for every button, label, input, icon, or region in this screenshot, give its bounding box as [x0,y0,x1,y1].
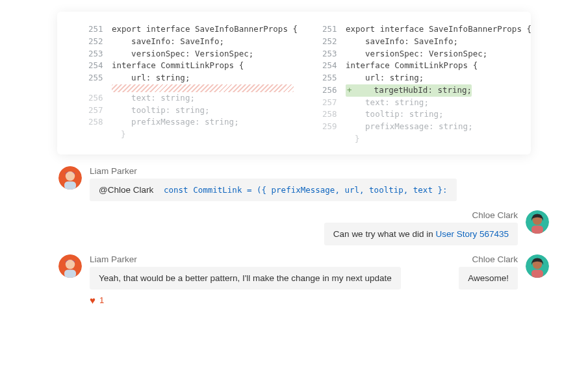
work-item-link[interactable]: User Story 567435 [435,229,509,239]
code-line[interactable]: 251export interface SaveInfoBannerProps … [322,23,531,36]
svg-rect-11 [531,269,543,278]
line-number: 255 [322,72,346,84]
code-text: versionSpec: VersionSpec; [112,48,253,60]
line-number: 255 [88,72,112,84]
comment-author: Liam Parker [90,166,457,176]
code-text: text: string; [112,92,195,105]
code-text: export interface SaveInfoBannerProps { [346,23,531,36]
avatar-chloe[interactable] [526,210,549,234]
code-line[interactable]: 255 url: string; [322,72,531,84]
code-text: text: string; [346,97,429,109]
code-line[interactable]: 259 prefixMessage: string; [322,121,531,133]
comment-liam-2: Liam Parker Yeah, that would be a better… [58,254,459,306]
close-brace-right: } [322,133,531,145]
line-number: 254 [322,60,346,72]
inline-code: const CommitLink = ({ prefixMessage, url… [164,185,448,195]
code-line[interactable]: 253 versionSpec: VersionSpec; [322,48,531,60]
comment-liam-1: Liam Parker @Chloe Clark const CommitLin… [58,166,549,201]
comment-author: Liam Parker [90,254,401,264]
code-text: saveInfo: SaveInfo; [112,36,224,48]
code-text: interface CommitLinkProps { [112,60,244,72]
line-number: 251 [322,23,346,36]
line-number: 251 [88,23,112,36]
reaction-bar[interactable]: ♥ 1 [90,295,401,306]
code-text: tooltip: string; [112,105,210,117]
code-line[interactable]: 254interface CommitLinkProps { [88,60,298,72]
comment-bubble[interactable]: Yeah, that would be a better pattern, I'… [90,267,401,290]
code-text: versionSpec: VersionSpec; [346,48,487,60]
line-number: 259 [322,121,346,133]
line-number: 253 [88,48,112,60]
comment-bubble[interactable]: @Chloe Clark const CommitLink = ({ prefi… [90,179,457,201]
code-line[interactable]: 251export interface SaveInfoBannerProps … [88,23,298,36]
diff-right-column: 251export interface SaveInfoBannerProps … [304,23,557,145]
line-number: 256 [322,84,346,97]
code-text: tooltip: string; [346,108,444,121]
heart-icon[interactable]: ♥ [90,295,96,306]
svg-rect-2 [64,181,76,190]
line-number: 252 [88,36,112,48]
code-text: saveInfo: SaveInfo; [346,36,458,48]
code-text: export interface SaveInfoBannerProps { [112,23,298,36]
svg-rect-5 [531,225,543,234]
added-line[interactable]: 256 + targetHubId: string; [322,84,531,97]
comment-thread: Liam Parker @Chloe Clark const CommitLin… [58,166,549,245]
comment-author: Chloe Clark [472,210,518,220]
comment-bubble[interactable]: Can we try what we did in User Story 567… [324,223,518,245]
close-brace-left: } [88,129,298,141]
removed-placeholder [112,84,294,92]
svg-rect-8 [64,269,76,278]
comment-chloe-2: Chloe Clark Awesome! [459,254,549,290]
code-text: prefixMessage: string; [346,121,473,133]
line-number: 258 [88,116,112,129]
code-line[interactable]: 252 saveInfo: SaveInfo; [322,36,531,48]
line-number: 257 [88,105,112,117]
comment-chloe-1: Chloe Clark Can we try what we did in Us… [58,210,549,245]
comment-author: Chloe Clark [472,254,518,264]
code-line[interactable]: 255 url: string; [88,72,298,84]
mention[interactable]: @Chloe Clark [99,185,153,195]
reaction-count: 1 [99,295,104,305]
line-number: 252 [322,36,346,48]
line-number: 253 [322,48,346,60]
avatar-liam[interactable] [58,254,82,278]
line-number: 257 [322,97,346,109]
avatar-liam[interactable] [58,166,82,190]
code-line[interactable]: 257 text: string; [322,97,531,109]
code-text: prefixMessage: string; [112,116,239,129]
code-line[interactable]: 253 versionSpec: VersionSpec; [88,48,298,60]
code-line[interactable]: 256 text: string; [88,92,298,105]
code-text: url: string; [346,72,424,84]
code-text: interface CommitLinkProps { [346,60,478,72]
code-line[interactable]: 257 tooltip: string; [88,105,298,117]
line-number: 254 [88,60,112,72]
code-text: url: string; [112,72,190,84]
code-line[interactable]: 258 tooltip: string; [322,108,531,121]
code-line[interactable]: 254interface CommitLinkProps { [322,60,531,72]
avatar-chloe[interactable] [526,254,549,278]
diff-viewer: 251export interface SaveInfoBannerProps … [57,12,531,154]
comment-bubble[interactable]: Awesome! [459,267,518,290]
line-number: 258 [322,108,346,121]
line-number: 256 [88,92,112,105]
code-line[interactable]: 252 saveInfo: SaveInfo; [88,36,298,48]
code-line[interactable]: 258 prefixMessage: string; [88,116,298,129]
diff-left-column: 251export interface SaveInfoBannerProps … [57,23,304,145]
